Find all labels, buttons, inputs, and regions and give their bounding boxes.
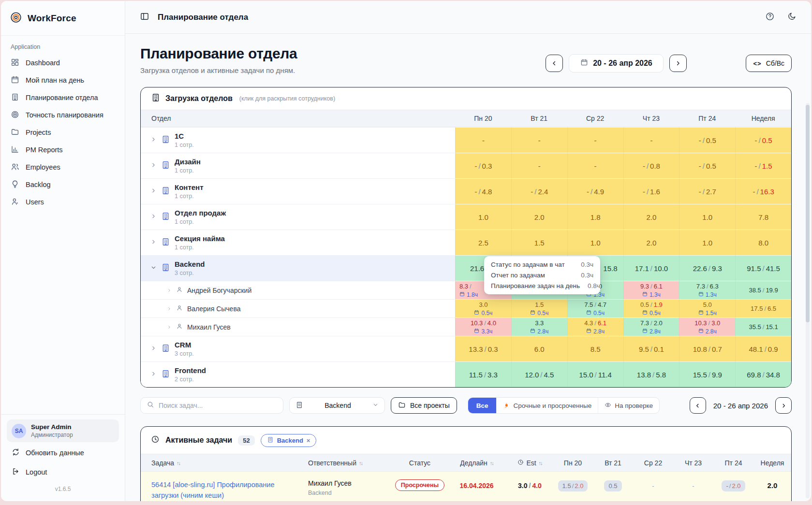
tasks-next-week-button[interactable] — [775, 397, 792, 414]
sidebar-item-dashboard[interactable]: Dashboard — [1, 54, 125, 72]
building-icon — [161, 135, 170, 146]
load-cell: 1.50.5ч — [511, 299, 567, 317]
search-input[interactable] — [159, 402, 277, 409]
employee-row[interactable]: Михаил Гусев10.3/4.03.3ч3.32.8ч4.3/6.12.… — [141, 317, 791, 336]
load-cell: 2.0 — [623, 230, 679, 255]
building-icon — [161, 369, 170, 380]
employee-row[interactable]: Валерия Сычева3.00.5ч1.50.5ч7.5/4.70.5ч0… — [141, 299, 791, 317]
person-icon — [176, 304, 183, 313]
calendar-icon — [642, 328, 648, 335]
segment-on-review[interactable]: На проверке — [598, 398, 659, 413]
load-cell: 2.5 — [455, 230, 511, 255]
sort-icon[interactable]: ↑↓ — [490, 460, 493, 466]
sort-icon[interactable]: ↑↓ — [359, 460, 362, 466]
department-row[interactable]: Отдел продаж1 сотр.1.02.01.82.01.07.8 — [141, 204, 791, 230]
main: Планирование отдела Планирование отдела … — [125, 1, 811, 501]
employee-name-cell[interactable]: Андрей Богучарский — [141, 281, 455, 299]
sidebar-item-my-day-plan[interactable]: Мой план на день — [1, 72, 125, 89]
tasks-week-range: 20 - 26 апр 2026 — [713, 402, 768, 410]
chevron-right-icon — [150, 345, 157, 353]
department-name-cell[interactable]: Отдел продаж1 сотр. — [141, 204, 455, 230]
sidebar-toggle-icon[interactable] — [140, 12, 149, 23]
department-name-cell[interactable]: Дизайн1 сотр. — [141, 153, 455, 178]
department-name-cell[interactable]: Backend3 сотр. — [141, 255, 455, 281]
sort-icon[interactable]: ↑↓ — [539, 460, 542, 466]
load-cell: 5.01.5ч — [679, 299, 735, 317]
segment-all[interactable]: Все — [468, 398, 497, 413]
chevron-right-icon — [150, 370, 157, 379]
scrollbar-thumb[interactable] — [806, 105, 810, 322]
task-search[interactable] — [140, 397, 283, 414]
department-row[interactable]: Frontend2 сотр.11.5/3.312.0/4.515.0/11.4… — [141, 361, 791, 387]
est-fact: 4.0 — [532, 482, 541, 490]
sidebar-item-backlog[interactable]: Backlog — [1, 176, 125, 193]
tooltip-label: Планирование задач на день — [491, 282, 580, 289]
tasks-count-badge: 52 — [238, 435, 254, 446]
sort-icon[interactable]: ↑↓ — [177, 460, 180, 466]
department-select[interactable]: Backend — [289, 397, 385, 414]
load-cell: 1.8 — [567, 204, 623, 230]
weekend-toggle-button[interactable]: <> Сб/Вс — [746, 55, 792, 72]
flame-icon — [503, 402, 510, 410]
load-cell: 38.5/19.9 — [735, 281, 791, 299]
load-cell: 1.0 — [679, 230, 735, 255]
chevron-right-icon — [150, 136, 157, 144]
employee-name-cell[interactable]: Валерия Сычева — [141, 299, 455, 317]
task-row[interactable]: 56414 [aloe-sling.ru] Профилирование заг… — [141, 472, 791, 501]
load-cell: -/16.3 — [735, 178, 791, 204]
filter-bar: Backend Все проекты Все Срочные и просро… — [140, 397, 792, 414]
department-name-cell[interactable]: Секция найма1 сотр. — [141, 230, 455, 255]
sidebar-item-users[interactable]: Users — [1, 193, 125, 211]
department-name-cell[interactable]: CRM3 сотр. — [141, 336, 455, 361]
department-row[interactable]: Секция найма1 сотр.2.51.51.02.01.08.0 — [141, 230, 791, 255]
sidebar-item-label: Мой план на день — [26, 76, 84, 84]
day-value-thu: - — [692, 482, 694, 490]
load-cell: 8.5 — [567, 336, 623, 361]
next-week-button[interactable] — [669, 55, 687, 72]
refresh-data-button[interactable]: Обновить данные — [7, 444, 119, 462]
chevron-right-icon — [167, 323, 172, 332]
logout-button[interactable]: Logout — [7, 463, 119, 481]
refresh-label: Обновить данные — [26, 449, 84, 457]
help-icon[interactable] — [765, 12, 775, 23]
prev-week-button[interactable] — [546, 55, 563, 72]
department-row[interactable]: CRM3 сотр.13.3/0.36.08.59.5/0.110.8/0.74… — [141, 336, 791, 361]
building-icon — [161, 344, 170, 355]
load-cell: - — [511, 127, 567, 153]
department-row[interactable]: 1С1 сотр.-----/0.5-/0.5 — [141, 127, 791, 153]
week-range-button[interactable]: 20 - 26 апр 2026 — [569, 54, 664, 72]
employee-row[interactable]: Андрей Богучарский8.3/1.8ч1.3ч/5.01.3ч9.… — [141, 281, 791, 299]
sidebar: WorkForce Application Dashboard Мой план… — [1, 1, 125, 501]
clock-icon — [151, 435, 160, 446]
department-row[interactable]: Дизайн1 сотр.-/0.3---/0.8-/0.5-/1.5 — [141, 153, 791, 178]
building-icon — [161, 186, 170, 197]
user-card[interactable]: SA Super Admin Администратор — [7, 419, 119, 442]
backend-filter-chip[interactable]: Backend × — [261, 434, 317, 447]
tasks-prev-week-button[interactable] — [690, 397, 706, 414]
sidebar-item-planning-accuracy[interactable]: Точность планирования — [1, 106, 125, 124]
calendar-icon — [586, 310, 591, 317]
dark-mode-icon[interactable] — [787, 12, 797, 23]
folder-icon — [11, 128, 19, 138]
sidebar-item-department-planning[interactable]: Планирование отдела — [1, 89, 125, 106]
sidebar-item-employees[interactable]: Employees — [1, 159, 125, 176]
code-icon: <> — [753, 60, 761, 67]
load-cell: -/0.5 — [679, 127, 735, 153]
load-cell: 7.8 — [735, 204, 791, 230]
sidebar-item-projects[interactable]: Projects — [1, 124, 125, 141]
department-row[interactable]: Контент1 сотр.-/4.8-/2.4-/4.9-/1.6-/2.7-… — [141, 178, 791, 204]
department-name-cell[interactable]: Frontend2 сотр. — [141, 361, 455, 387]
employee-name-cell[interactable]: Михаил Гусев — [141, 317, 455, 336]
chevron-right-icon — [150, 187, 157, 196]
all-projects-button[interactable]: Все проекты — [391, 397, 457, 414]
department-row[interactable]: Backend3 сотр.21.615.817.1/10.022.6/9.39… — [141, 255, 791, 281]
segment-urgent-overdue[interactable]: Срочные и просроченные — [496, 398, 598, 413]
calendar-icon — [586, 328, 591, 335]
department-name-cell[interactable]: Контент1 сотр. — [141, 178, 455, 204]
load-cell: -/1.5 — [735, 153, 791, 178]
sidebar-item-label: Dashboard — [26, 59, 60, 67]
sidebar-item-pm-reports[interactable]: PM Reports — [1, 141, 125, 159]
close-icon[interactable]: × — [307, 437, 310, 444]
task-title-link[interactable]: 56414 [aloe-sling.ru] Профилирование заг… — [151, 479, 289, 501]
department-name-cell[interactable]: 1С1 сотр. — [141, 127, 455, 153]
